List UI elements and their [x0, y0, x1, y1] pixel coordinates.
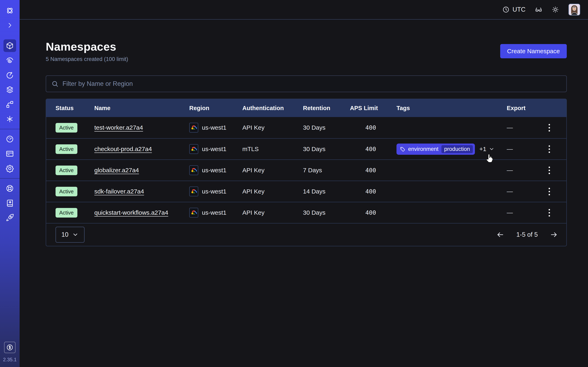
region-label: us-west1 [202, 146, 226, 152]
settings-gear-icon [6, 164, 14, 173]
prev-page-button[interactable] [496, 231, 504, 239]
page-size-select[interactable]: 10 [56, 227, 85, 243]
column-header-authentication: Authentication [242, 105, 303, 111]
region-label: us-west1 [202, 167, 226, 174]
sidebar-item-settings[interactable] [3, 162, 16, 175]
sun-icon [552, 6, 559, 13]
column-header-export: Export [507, 105, 560, 111]
create-namespace-button[interactable]: Create Namespace [500, 44, 567, 58]
sidebar-item-docs[interactable] [3, 197, 16, 209]
timezone-button[interactable]: UTC [502, 6, 526, 13]
insights-eye-icon [6, 56, 14, 65]
row-menu-kebab-button[interactable] [547, 165, 551, 175]
pagination: 1-5 of 5 [496, 231, 558, 239]
export-value: — [507, 209, 513, 216]
layers-icon [6, 85, 14, 94]
name-cell: checkout-prod.a27a4 [94, 146, 189, 152]
avatar[interactable] [568, 4, 580, 16]
status-cell: Active [56, 123, 94, 133]
region-label: us-west1 [202, 124, 226, 131]
row-menu-kebab-button[interactable] [547, 187, 551, 197]
topbar: UTC [20, 0, 588, 20]
row-menu-kebab-button[interactable] [547, 123, 551, 133]
sidebar-item-schedules[interactable] [3, 69, 16, 81]
row-menu-kebab-button[interactable] [547, 144, 551, 154]
authentication-cell: API Key [242, 167, 303, 174]
tags-cell: environment production +1 [376, 143, 507, 155]
google-cloud-icon [189, 208, 198, 217]
export-value: — [507, 188, 513, 195]
namespace-link[interactable]: sdk-failover.a27a4 [94, 188, 144, 195]
plan-money-badge-button[interactable] [4, 342, 16, 353]
sidebar-item-insights[interactable] [3, 54, 16, 67]
asterisk-icon [6, 115, 14, 123]
page-size-value: 10 [61, 231, 68, 238]
filter-input[interactable] [62, 80, 561, 88]
authentication-cell: mTLS [242, 146, 303, 152]
status-badge: Active [56, 144, 77, 154]
cube-icon [6, 42, 14, 50]
sidebar-item-nexus[interactable] [3, 98, 16, 111]
status-badge: Active [56, 208, 77, 217]
status-cell: Active [56, 166, 94, 175]
status-cell: Active [56, 187, 94, 196]
google-cloud-icon [189, 144, 198, 154]
sidebar-item-batch[interactable] [3, 113, 16, 125]
export-value: — [507, 146, 513, 152]
page-title: Namespaces [46, 40, 128, 53]
schedules-timer-icon [6, 71, 14, 79]
authentication-cell: API Key [242, 209, 303, 216]
region-cell: us-west1 [189, 165, 242, 175]
status-cell: Active [56, 208, 94, 217]
namespace-link[interactable]: checkout-prod.a27a4 [94, 146, 152, 152]
authentication-cell: API Key [242, 188, 303, 195]
namespace-link[interactable]: globalizer.a27a4 [94, 167, 139, 174]
export-cell: — [507, 165, 560, 175]
sidebar-expand-chevron-icon[interactable] [3, 19, 16, 32]
table-row: Active quickstart-workflows.a27a4 us-wes… [46, 202, 566, 223]
table-header-row: StatusNameRegionAuthenticationRetentionA… [46, 99, 566, 117]
name-cell: quickstart-workflows.a27a4 [94, 209, 189, 216]
table-row: Active checkout-prod.a27a4 us-west1 mTLS… [46, 138, 566, 159]
next-page-button[interactable] [550, 231, 558, 239]
namespaces-table: StatusNameRegionAuthenticationRetentionA… [46, 99, 567, 246]
region-cell: us-west1 [189, 208, 242, 217]
tag-key: environment [408, 146, 439, 152]
sidebar-item-namespaces[interactable] [3, 39, 16, 52]
temporal-logo-icon[interactable] [3, 4, 16, 17]
billing-card-icon [6, 150, 14, 158]
sidebar-item-usage[interactable] [3, 133, 16, 145]
table-row: Active globalizer.a27a4 us-west1 API Key… [46, 159, 566, 181]
content: Namespaces 5 Namespaces created (100 lim… [20, 20, 588, 246]
tag-value: production [441, 145, 473, 153]
row-menu-kebab-button[interactable] [547, 208, 551, 218]
labs-glasses-button[interactable] [535, 6, 542, 13]
clock-icon [502, 6, 510, 13]
aps-limit-cell: 400 [350, 209, 376, 216]
status-cell: Active [56, 144, 94, 154]
sidebar-item-getting-started[interactable] [3, 211, 16, 224]
app-root: 2.35.1 UTC Namespaces 5 Namespaces c [0, 0, 588, 367]
table-row: Active sdk-failover.a27a4 us-west1 API K… [46, 181, 566, 202]
export-cell: — [507, 208, 560, 218]
namespace-link[interactable]: quickstart-workflows.a27a4 [94, 209, 168, 216]
tags-expand-toggle[interactable]: +1 [479, 146, 494, 152]
arrow-left-icon [496, 231, 504, 239]
retention-cell: 14 Days [303, 188, 350, 195]
sidebar-item-billing[interactable] [3, 147, 16, 160]
aps-limit-cell: 400 [350, 124, 376, 131]
retention-cell: 7 Days [303, 167, 350, 174]
namespace-link[interactable]: test-worker.a27a4 [94, 124, 143, 131]
tag-pill[interactable]: environment production [397, 143, 475, 155]
main-area: UTC Namespaces 5 Namespaces created (100… [20, 0, 588, 367]
tag-icon [400, 146, 405, 152]
sidebar-item-deployments[interactable] [3, 83, 16, 96]
table-row: Active test-worker.a27a4 us-west1 API Ke… [46, 117, 566, 138]
app-version: 2.35.1 [3, 357, 17, 363]
region-cell: us-west1 [189, 123, 242, 133]
status-badge: Active [56, 166, 77, 175]
aps-limit-cell: 400 [350, 167, 376, 174]
nexus-fork-icon [6, 100, 14, 109]
theme-toggle-sun-button[interactable] [552, 6, 559, 13]
sidebar-item-support[interactable] [3, 182, 16, 195]
